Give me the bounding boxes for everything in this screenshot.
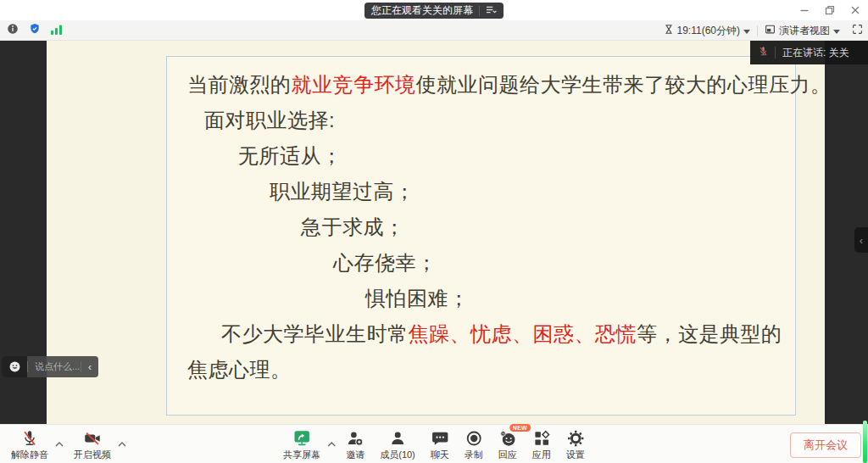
leave-meeting-button[interactable]: 离开会议	[790, 432, 861, 458]
members-button[interactable]: 成员(10)	[372, 425, 423, 463]
invite-icon	[346, 428, 364, 449]
unmute-button[interactable]: 解除静音	[3, 425, 56, 463]
speaking-banner-text: 正在讲话: 关关	[782, 46, 849, 60]
slide-text-red: 焦躁、忧虑、困惑、恐慌	[409, 322, 637, 345]
chat-button[interactable]: 聊天	[423, 425, 457, 463]
info-icon[interactable]	[7, 23, 19, 38]
watching-banner-text: 您正在观看关关的屏幕	[371, 3, 473, 18]
screen-share-icon	[292, 428, 311, 449]
apps-button[interactable]: 应用	[525, 425, 559, 463]
slide-line: 面对职业选择:	[167, 103, 795, 138]
meeting-window: 您正在观看关关的屏幕 19:11(60分钟) 演讲者视图	[0, 0, 868, 463]
slide-line: 急于求成；	[167, 209, 795, 245]
chat-button-label: 聊天	[431, 449, 449, 461]
chat-icon	[431, 428, 449, 449]
speaking-banner: 正在讲话: 关关	[750, 41, 868, 64]
settings-icon	[566, 428, 585, 449]
meeting-timer-text: 19:11(60分钟)	[677, 24, 740, 38]
slide-text: 职业期望过高；	[270, 180, 415, 203]
main-area: 当前激烈的就业竞争环境使就业问题给大学生带来了较大的心理压力。面对职业选择:无所…	[0, 41, 868, 424]
status-toolbar-right: 19:11(60分钟) 演讲者视图	[664, 20, 863, 41]
presentation-slide: 当前激烈的就业竞争环境使就业问题给大学生带来了较大的心理压力。面对职业选择:无所…	[166, 56, 796, 416]
slide-line: 不少大学毕业生时常焦躁、忧虑、困惑、恐慌等，这是典型的	[167, 316, 795, 352]
apps-icon	[532, 428, 551, 449]
window-controls	[798, 0, 861, 20]
record-button[interactable]: 录制	[457, 425, 491, 463]
meeting-timer[interactable]: 19:11(60分钟)	[664, 24, 750, 38]
members-icon	[388, 428, 407, 449]
bottom-toolbar-left: 解除静音开启视频	[3, 425, 129, 463]
reactions-button[interactable]: NEW回应	[491, 425, 525, 463]
members-button-label: 成员(10)	[380, 449, 415, 461]
camera-muted-icon	[83, 428, 102, 449]
slide-line: 无所适从；	[167, 138, 795, 174]
smiley-icon[interactable]	[2, 356, 27, 377]
slide-line: 当前激烈的就业竞争环境使就业问题给大学生带来了较大的心理压力。	[167, 67, 795, 103]
view-mode-selector[interactable]: 演讲者视图	[765, 24, 840, 38]
share-screen-button-label: 共享屏幕	[283, 449, 320, 461]
mic-muted-icon	[20, 428, 39, 449]
slide-text: 焦虑心理。	[187, 358, 292, 381]
slide-text-red: 就业竞争环境	[292, 73, 416, 96]
hourglass-icon	[664, 24, 674, 37]
status-toolbar: 19:11(60分钟) 演讲者视图	[0, 20, 868, 41]
chat-collapse-button[interactable]: ‹	[81, 361, 98, 373]
divider	[479, 6, 480, 16]
reactions-icon: NEW	[498, 428, 517, 449]
slide-line: 心存侥幸；	[167, 245, 795, 281]
chat-input[interactable]: 说点什么...	[28, 360, 81, 373]
apps-button-label: 应用	[532, 449, 551, 461]
slide-text: 急于求成；	[301, 215, 405, 238]
invite-button-label: 邀请	[346, 449, 364, 461]
chevron-down-icon	[833, 25, 840, 36]
bottom-toolbar-center: 共享屏幕邀请成员(10)聊天录制NEW回应应用设置	[275, 425, 593, 463]
reactions-button-label: 回应	[498, 449, 517, 461]
signal-bars-icon[interactable]	[51, 23, 63, 38]
settings-button[interactable]: 设置	[559, 425, 593, 463]
status-toolbar-left	[7, 20, 63, 41]
slide-text: 无所适从；	[238, 144, 342, 167]
fullscreen-icon[interactable]	[852, 24, 863, 37]
slide-text: 不少大学毕业生时常	[221, 322, 409, 345]
shield-icon[interactable]	[29, 23, 41, 38]
slide-text: 等，这是典型的	[637, 322, 782, 345]
close-icon[interactable]	[849, 4, 861, 16]
slide-line: 惧怕困难；	[167, 281, 795, 316]
slide-text: 惧怕困难；	[365, 287, 470, 310]
start-video-button-label: 开启视频	[74, 449, 111, 461]
chat-quick-bar: 说点什么... ‹	[2, 356, 98, 377]
chevron-left-glyph: ‹	[860, 234, 863, 247]
view-mode-text: 演讲者视图	[779, 24, 830, 38]
layout-icon	[765, 24, 776, 37]
settings-button-label: 设置	[566, 449, 585, 461]
share-screen-button[interactable]: 共享屏幕	[275, 425, 328, 463]
divider	[775, 47, 776, 59]
slide-text: 心存侥幸；	[333, 251, 437, 274]
unmute-button-label: 解除静音	[11, 449, 48, 461]
slide-line: 职业期望过高；	[167, 174, 795, 209]
slide-text: 使就业问题给大学生带来了较大的心理压力。	[416, 73, 832, 96]
invite-button[interactable]: 邀请	[338, 425, 372, 463]
title-bar: 您正在观看关关的屏幕	[0, 0, 868, 20]
watching-banner[interactable]: 您正在观看关关的屏幕	[364, 3, 504, 19]
start-video-button[interactable]: 开启视频	[66, 425, 119, 463]
audio-level-meter	[863, 421, 867, 463]
record-icon	[465, 428, 483, 449]
divider	[757, 25, 758, 36]
slide-text: 面对职业选择:	[204, 109, 335, 131]
chevron-down-icon	[743, 25, 750, 36]
bottom-toolbar: 解除静音开启视频 共享屏幕邀请成员(10)聊天录制NEW回应应用设置 离开会议	[0, 424, 868, 463]
restore-icon[interactable]	[824, 4, 836, 16]
collapse-panel-handle[interactable]: ‹	[854, 227, 868, 253]
shared-screen: 当前激烈的就业竞争环境使就业问题给大学生带来了较大的心理压力。面对职业选择:无所…	[47, 41, 825, 424]
mic-muted-icon	[758, 45, 769, 60]
list-menu-icon[interactable]	[486, 5, 497, 17]
slide-text: 当前激烈的	[187, 73, 292, 96]
minimize-icon[interactable]	[798, 4, 810, 16]
slide-content: 当前激烈的就业竞争环境使就业问题给大学生带来了较大的心理压力。面对职业选择:无所…	[167, 57, 795, 388]
record-button-label: 录制	[465, 449, 483, 461]
slide-line: 焦虑心理。	[167, 352, 795, 388]
